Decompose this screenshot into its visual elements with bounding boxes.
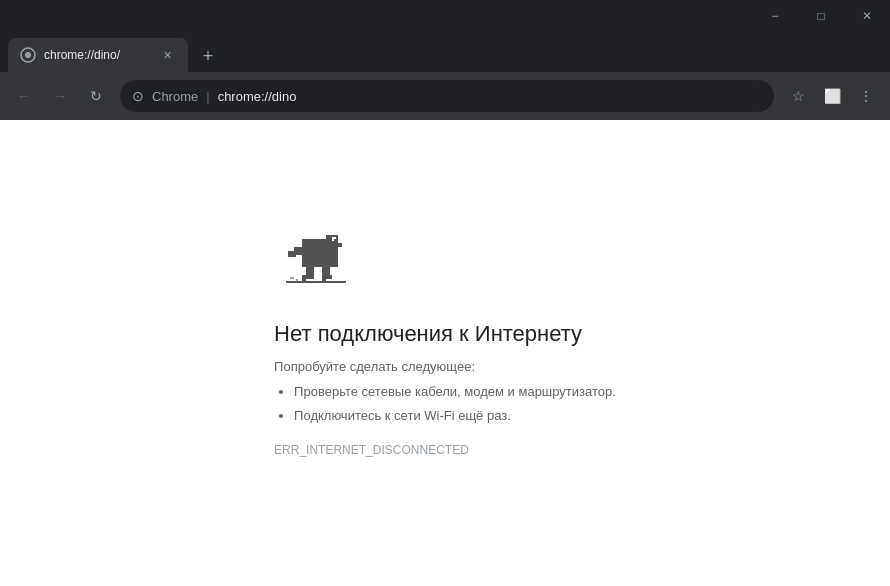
back-icon: ← xyxy=(17,88,31,104)
error-suggestions-list: Проверьте сетевые кабели, модем и маршру… xyxy=(274,380,616,427)
error-subtitle: Попробуйте сделать следующее: xyxy=(274,359,475,374)
forward-button[interactable]: → xyxy=(44,80,76,112)
dino-icon xyxy=(278,229,350,305)
maximize-button[interactable]: □ xyxy=(798,0,844,32)
extensions-button[interactable]: ⬜ xyxy=(816,80,848,112)
tab-favicon xyxy=(20,47,36,63)
tab-close-button[interactable]: ✕ xyxy=(158,46,176,64)
error-code: ERR_INTERNET_DISCONNECTED xyxy=(274,443,469,457)
active-tab[interactable]: chrome://dino/ ✕ xyxy=(8,38,188,72)
svg-rect-6 xyxy=(338,243,342,247)
page-content: Нет подключения к Интернету Попробуйте с… xyxy=(0,120,890,586)
svg-rect-2 xyxy=(302,239,338,267)
omnibox[interactable]: ⊙ Chrome | chrome://dino xyxy=(120,80,774,112)
svg-rect-8 xyxy=(288,251,296,257)
nav-right-buttons: ☆ ⬜ ⋮ xyxy=(782,80,882,112)
tabbar: chrome://dino/ ✕ + xyxy=(0,32,890,72)
security-icon: ⊙ xyxy=(132,88,144,104)
svg-rect-14 xyxy=(302,279,306,281)
minimize-button[interactable]: − xyxy=(752,0,798,32)
menu-icon: ⋮ xyxy=(859,88,873,104)
svg-rect-5 xyxy=(334,239,336,241)
omnibox-separator: | xyxy=(206,89,209,104)
error-suggestion-2: Подключитесь к сети Wi-Fi ещё раз. xyxy=(294,404,616,427)
reload-button[interactable]: ↻ xyxy=(80,80,112,112)
svg-rect-16 xyxy=(286,281,346,283)
svg-rect-18 xyxy=(296,279,298,281)
error-title: Нет подключения к Интернету xyxy=(274,321,582,347)
back-button[interactable]: ← xyxy=(8,80,40,112)
svg-point-1 xyxy=(25,52,31,58)
navbar: ← → ↻ ⊙ Chrome | chrome://dino ☆ ⬜ ⋮ xyxy=(0,72,890,120)
svg-rect-17 xyxy=(290,277,294,279)
svg-rect-13 xyxy=(322,275,332,279)
omnibox-url: chrome://dino xyxy=(218,89,762,104)
titlebar-controls: − □ ✕ xyxy=(752,0,890,32)
titlebar: − □ ✕ xyxy=(0,0,890,32)
tab-title: chrome://dino/ xyxy=(44,48,150,62)
error-container: Нет подключения к Интернету Попробуйте с… xyxy=(254,209,636,477)
new-tab-button[interactable]: + xyxy=(192,42,224,70)
extensions-icon: ⬜ xyxy=(824,88,841,104)
error-suggestion-1: Проверьте сетевые кабели, модем и маршру… xyxy=(294,380,616,403)
svg-rect-12 xyxy=(302,275,314,279)
bookmark-icon: ☆ xyxy=(792,88,805,104)
omnibox-chrome-label: Chrome xyxy=(152,89,198,104)
close-button[interactable]: ✕ xyxy=(844,0,890,32)
reload-icon: ↻ xyxy=(90,88,102,104)
bookmark-button[interactable]: ☆ xyxy=(782,80,814,112)
forward-icon: → xyxy=(53,88,67,104)
svg-rect-15 xyxy=(322,279,326,281)
svg-rect-9 xyxy=(318,255,326,261)
menu-button[interactable]: ⋮ xyxy=(850,80,882,112)
